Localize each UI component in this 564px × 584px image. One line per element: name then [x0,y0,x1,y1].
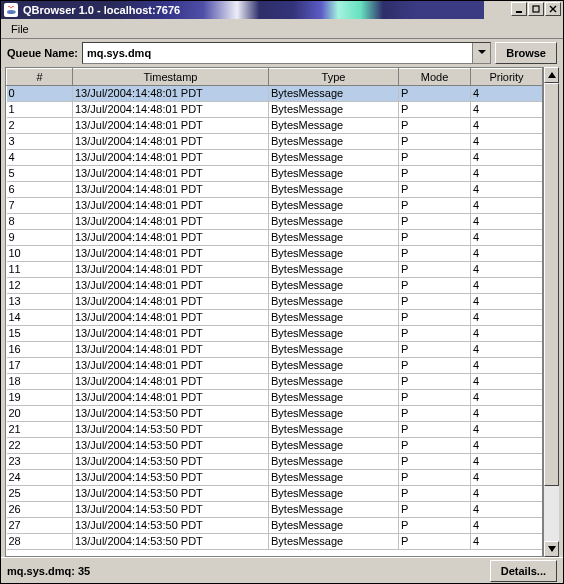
scroll-up-icon[interactable] [544,67,559,83]
table-row[interactable]: 2713/Jul/2004:14:53:50 PDTBytesMessageP4 [7,518,543,534]
cell-type: BytesMessage [269,438,399,454]
table-row[interactable]: 1913/Jul/2004:14:48:01 PDTBytesMessageP4 [7,390,543,406]
table-row[interactable]: 2613/Jul/2004:14:53:50 PDTBytesMessageP4 [7,502,543,518]
app-window: QBrowser 1.0 - localhost:7676 File Queue… [0,0,564,584]
table-row[interactable]: 1013/Jul/2004:14:48:01 PDTBytesMessageP4 [7,246,543,262]
cell-type: BytesMessage [269,134,399,150]
cell-mode: P [399,470,471,486]
table-row[interactable]: 1113/Jul/2004:14:48:01 PDTBytesMessageP4 [7,262,543,278]
cell-prio: 4 [471,294,543,310]
table-row[interactable]: 1313/Jul/2004:14:48:01 PDTBytesMessageP4 [7,294,543,310]
cell-mode: P [399,502,471,518]
cell-n: 15 [7,326,73,342]
cell-type: BytesMessage [269,294,399,310]
cell-ts: 13/Jul/2004:14:53:50 PDT [73,502,269,518]
cell-type: BytesMessage [269,246,399,262]
table-row[interactable]: 513/Jul/2004:14:48:01 PDTBytesMessageP4 [7,166,543,182]
cell-type: BytesMessage [269,118,399,134]
cell-ts: 13/Jul/2004:14:48:01 PDT [73,150,269,166]
cell-ts: 13/Jul/2004:14:53:50 PDT [73,406,269,422]
cell-prio: 4 [471,374,543,390]
cell-type: BytesMessage [269,326,399,342]
table-row[interactable]: 313/Jul/2004:14:48:01 PDTBytesMessageP4 [7,134,543,150]
cell-ts: 13/Jul/2004:14:48:01 PDT [73,166,269,182]
titlebar[interactable]: QBrowser 1.0 - localhost:7676 [1,1,563,19]
scroll-thumb[interactable] [544,83,559,486]
java-cup-icon [4,3,18,17]
table-row[interactable]: 2013/Jul/2004:14:53:50 PDTBytesMessageP4 [7,406,543,422]
maximize-button[interactable] [528,2,544,16]
vertical-scrollbar[interactable] [543,67,559,557]
cell-mode: P [399,166,471,182]
cell-ts: 13/Jul/2004:14:53:50 PDT [73,438,269,454]
table-row[interactable]: 2313/Jul/2004:14:53:50 PDTBytesMessageP4 [7,454,543,470]
minimize-button[interactable] [511,2,527,16]
col-header-type[interactable]: Type [269,69,399,86]
cell-mode: P [399,422,471,438]
chevron-down-icon[interactable] [472,43,490,63]
col-header-mode[interactable]: Mode [399,69,471,86]
cell-type: BytesMessage [269,278,399,294]
cell-type: BytesMessage [269,150,399,166]
col-header-timestamp[interactable]: Timestamp [73,69,269,86]
table-row[interactable]: 1513/Jul/2004:14:48:01 PDTBytesMessageP4 [7,326,543,342]
details-button[interactable]: Details... [490,560,557,582]
cell-type: BytesMessage [269,342,399,358]
messages-table-scroll[interactable]: # Timestamp Type Mode Priority 013/Jul/2… [6,68,542,556]
table-row[interactable]: 1613/Jul/2004:14:48:01 PDTBytesMessageP4 [7,342,543,358]
cell-ts: 13/Jul/2004:14:48:01 PDT [73,278,269,294]
cell-prio: 4 [471,118,543,134]
menu-file[interactable]: File [5,21,35,37]
table-row[interactable]: 113/Jul/2004:14:48:01 PDTBytesMessageP4 [7,102,543,118]
cell-n: 23 [7,454,73,470]
queue-name-label: Queue Name: [7,47,78,59]
scroll-down-icon[interactable] [544,541,559,557]
cell-type: BytesMessage [269,534,399,550]
cell-prio: 4 [471,358,543,374]
cell-ts: 13/Jul/2004:14:53:50 PDT [73,470,269,486]
table-row[interactable]: 2413/Jul/2004:14:53:50 PDTBytesMessageP4 [7,470,543,486]
cell-n: 24 [7,470,73,486]
col-header-num[interactable]: # [7,69,73,86]
table-row[interactable]: 1713/Jul/2004:14:48:01 PDTBytesMessageP4 [7,358,543,374]
cell-mode: P [399,326,471,342]
cell-n: 26 [7,502,73,518]
table-row[interactable]: 1813/Jul/2004:14:48:01 PDTBytesMessageP4 [7,374,543,390]
cell-prio: 4 [471,134,543,150]
scroll-track[interactable] [544,83,559,541]
close-button[interactable] [545,2,561,16]
cell-type: BytesMessage [269,198,399,214]
table-row[interactable]: 013/Jul/2004:14:48:01 PDTBytesMessageP4 [7,86,543,102]
table-row[interactable]: 2213/Jul/2004:14:53:50 PDTBytesMessageP4 [7,438,543,454]
table-row[interactable]: 2113/Jul/2004:14:53:50 PDTBytesMessageP4 [7,422,543,438]
table-row[interactable]: 213/Jul/2004:14:48:01 PDTBytesMessageP4 [7,118,543,134]
cell-n: 4 [7,150,73,166]
cell-ts: 13/Jul/2004:14:48:01 PDT [73,102,269,118]
cell-mode: P [399,150,471,166]
browse-button[interactable]: Browse [495,42,557,64]
queue-name-combo[interactable] [82,42,491,64]
table-row[interactable]: 413/Jul/2004:14:48:01 PDTBytesMessageP4 [7,150,543,166]
col-header-priority[interactable]: Priority [471,69,543,86]
cell-mode: P [399,118,471,134]
queue-name-input[interactable] [83,43,472,63]
table-row[interactable]: 813/Jul/2004:14:48:01 PDTBytesMessageP4 [7,214,543,230]
cell-type: BytesMessage [269,406,399,422]
table-row[interactable]: 1413/Jul/2004:14:48:01 PDTBytesMessageP4 [7,310,543,326]
cell-type: BytesMessage [269,374,399,390]
cell-type: BytesMessage [269,486,399,502]
svg-rect-2 [533,6,539,12]
cell-mode: P [399,390,471,406]
table-row[interactable]: 713/Jul/2004:14:48:01 PDTBytesMessageP4 [7,198,543,214]
table-row[interactable]: 613/Jul/2004:14:48:01 PDTBytesMessageP4 [7,182,543,198]
cell-prio: 4 [471,214,543,230]
cell-prio: 4 [471,422,543,438]
cell-ts: 13/Jul/2004:14:48:01 PDT [73,134,269,150]
table-row[interactable]: 913/Jul/2004:14:48:01 PDTBytesMessageP4 [7,230,543,246]
menubar: File [1,19,563,39]
table-row[interactable]: 1213/Jul/2004:14:48:01 PDTBytesMessageP4 [7,278,543,294]
table-row[interactable]: 2813/Jul/2004:14:53:50 PDTBytesMessageP4 [7,534,543,550]
cell-ts: 13/Jul/2004:14:48:01 PDT [73,86,269,102]
table-row[interactable]: 2513/Jul/2004:14:53:50 PDTBytesMessageP4 [7,486,543,502]
cell-prio: 4 [471,390,543,406]
